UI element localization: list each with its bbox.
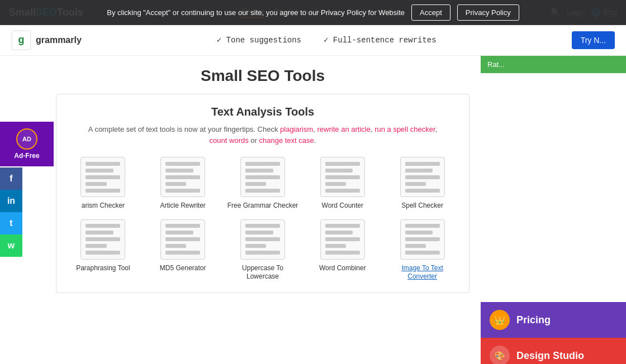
tool-md5[interactable]: MD5 Generator: [148, 219, 219, 281]
tools-grid-row1: arism Checker Article Rewriter: [68, 157, 458, 210]
twitter-share-button[interactable]: t: [0, 212, 22, 234]
grammarly-try-button[interactable]: Try N...: [572, 31, 615, 49]
right-sidebar: Rat... 👑 Pricing 🎨 Design Studio G gramm…: [481, 56, 626, 364]
section-desc: A complete set of text tools is now at y…: [68, 124, 458, 146]
privacy-policy-button[interactable]: Privacy Policy: [457, 4, 519, 21]
tool-case-converter[interactable]: Uppercase To Lowercase: [227, 219, 298, 281]
spell-link[interactable]: run a spell checker: [374, 125, 435, 133]
pricing-label: Pricing: [516, 314, 551, 326]
tool-md5-icon: [160, 219, 205, 260]
section-title: Text Analysis Tools: [68, 106, 458, 118]
cookie-banner: By clicking "Accept" or continuing to us…: [0, 0, 626, 25]
tool-article-rewriter[interactable]: Article Rewriter: [148, 157, 219, 210]
facebook-icon: f: [10, 174, 12, 184]
tool-grammar-checker[interactable]: Free Grammar Checker: [227, 157, 298, 210]
tool-plagiarism-label: arism Checker: [82, 202, 125, 210]
content-box: Text Analysis Tools A complete set of te…: [56, 94, 470, 293]
whatsapp-share-button[interactable]: w: [0, 234, 22, 257]
linkedin-icon: in: [7, 196, 15, 206]
tool-case-label: Uppercase To Lowercase: [227, 264, 298, 281]
linkedin-share-button[interactable]: in: [0, 190, 22, 212]
grammarly-icon: g: [11, 30, 31, 50]
design-studio-card[interactable]: 🎨 Design Studio: [481, 338, 626, 364]
tool-grammar-icon: [240, 157, 285, 197]
tool-plagiarism-icon: [80, 157, 125, 197]
palette-icon: 🎨: [494, 351, 505, 361]
whatsapp-icon: w: [8, 241, 15, 251]
facebook-share-button[interactable]: f: [0, 167, 22, 190]
social-sidebar: f in t w: [0, 167, 22, 257]
tool-image-to-text-icon: [400, 219, 445, 260]
adfree-icon: AD: [16, 128, 37, 150]
main-content: Small SEO Tools Text Analysis Tools A co…: [0, 56, 481, 364]
grammarly-name: grammarly: [36, 35, 82, 45]
tool-word-counter-label: Word Counter: [322, 202, 363, 210]
design-label: Design Studio: [516, 350, 584, 362]
tool-grammar-label: Free Grammar Checker: [227, 202, 298, 210]
tool-paraphrasing-label: Paraphrasing Tool: [76, 264, 130, 273]
tool-plagiarism[interactable]: arism Checker: [68, 157, 139, 210]
tool-article-rewriter-icon: [160, 157, 205, 197]
case-link[interactable]: change text case: [259, 136, 314, 145]
tool-word-counter[interactable]: Word Counter: [307, 157, 378, 210]
tool-md5-label: MD5 Generator: [160, 264, 206, 273]
twitter-icon: t: [10, 218, 12, 228]
cookie-text: By clicking "Accept" or continuing to us…: [107, 8, 405, 17]
grammarly-banner: g grammarly ✓ Tone suggestions ✓ Full-se…: [0, 25, 626, 56]
tools-grid-row2: Paraphrasing Tool MD5 Generator: [68, 219, 458, 281]
count-link[interactable]: count words: [210, 136, 249, 145]
tool-word-combiner-icon: [320, 219, 365, 260]
tool-image-to-text-label: Image To Text Converter: [387, 264, 458, 281]
tool-spell-icon: [400, 157, 445, 197]
pricing-icon: 👑: [490, 310, 510, 330]
grammarly-features: ✓ Tone suggestions ✓ Full-sentence rewri…: [93, 35, 561, 45]
tool-image-to-text[interactable]: Image To Text Converter: [387, 219, 458, 281]
rewrite-link[interactable]: rewrite an article: [317, 125, 371, 133]
design-icon: 🎨: [490, 346, 510, 364]
tool-paraphrasing-icon: [80, 219, 125, 260]
crown-icon: 👑: [494, 315, 505, 325]
accept-button[interactable]: Accept: [411, 4, 450, 21]
adfree-badge[interactable]: AD Ad-Free: [0, 122, 54, 166]
tool-word-combiner-label: Word Combiner: [319, 264, 366, 273]
plagiarism-link[interactable]: plagiarism: [280, 125, 313, 133]
rate-button[interactable]: Rat...: [481, 56, 626, 73]
tool-spell-label: Spell Checker: [401, 202, 443, 210]
tool-word-combiner[interactable]: Word Combiner: [307, 219, 378, 281]
tool-paraphrasing[interactable]: Paraphrasing Tool: [68, 219, 139, 281]
tool-word-counter-icon: [320, 157, 365, 197]
tool-case-icon: [240, 219, 285, 260]
feature-tone: ✓ Tone suggestions: [217, 35, 301, 45]
tool-article-rewriter-label: Article Rewriter: [160, 202, 206, 210]
grammarly-logo: g grammarly: [11, 30, 82, 50]
tool-spell-checker[interactable]: Spell Checker: [387, 157, 458, 210]
feature-rewrite: ✓ Full-sentence rewrites: [324, 35, 437, 45]
adfree-label: Ad-Free: [14, 152, 39, 160]
pricing-card[interactable]: 👑 Pricing: [481, 302, 626, 338]
page-title: Small SEO Tools: [56, 67, 470, 85]
